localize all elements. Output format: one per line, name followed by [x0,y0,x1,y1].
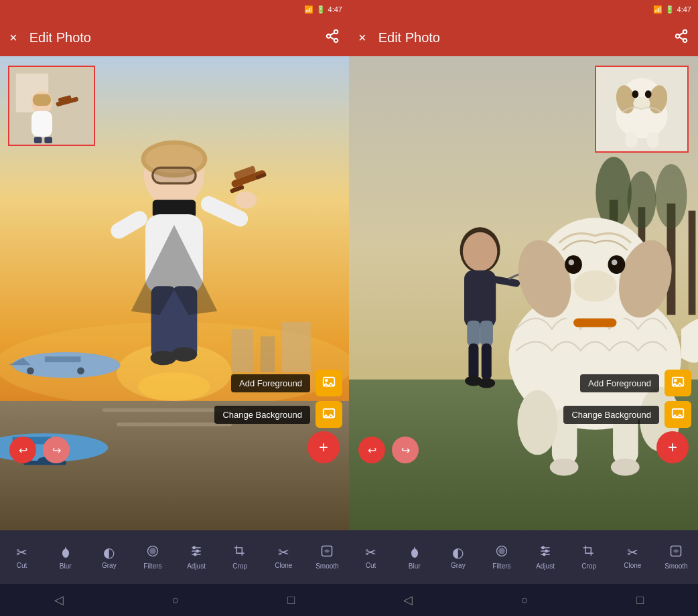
svg-point-72 [596,157,632,228]
svg-point-103 [612,260,618,266]
toolbar-adjust-left[interactable]: Adjust [175,539,218,575]
battery-icon-right: 🔋 [665,5,675,14]
toolbar-clone-right[interactable]: ✂ Clone [611,540,654,574]
svg-point-122 [675,380,677,382]
recents-nav-left[interactable]: □ [287,593,295,607]
toolbar-cut-right[interactable]: ✂ Cut [349,540,393,574]
svg-point-53 [326,380,328,382]
svg-point-66 [676,34,680,38]
page-title-left: Edit Photo [29,30,325,46]
change-background-button-left[interactable]: Change Background [214,401,342,428]
status-icons-left: 📶 🔋 4:47 [304,5,342,14]
svg-point-76 [655,164,687,229]
toolbar-filters-left[interactable]: Filters [131,539,174,575]
share-button-left[interactable] [325,29,340,47]
adjust-label-right: Adjust [536,562,555,570]
back-nav-right[interactable]: ◁ [403,593,413,607]
left-panel: 📶 🔋 4:47 × Edit Photo [0,0,349,616]
redo-button-right[interactable]: ↪ [392,437,419,463]
toolbar-crop-left[interactable]: Crop [218,539,262,575]
undo-button-right[interactable]: ↩ [358,437,385,463]
svg-point-116 [645,90,652,98]
svg-point-41 [171,347,198,361]
add-foreground-label-left: Add Foreground [231,374,310,392]
filters-label-right: Filters [492,562,510,570]
svg-point-65 [683,29,687,33]
blur-icon-left [59,544,72,560]
top-bar-right: × Edit Photo [349,19,698,56]
clone-icon-left: ✂ [278,546,289,559]
add-button-left[interactable]: + [307,431,340,463]
svg-point-1 [327,34,331,38]
photo-area-left: Add Foreground Change Background ↩ [0,56,349,530]
toolbar-blur-left[interactable]: Blur [44,539,87,575]
svg-point-100 [565,255,582,274]
add-foreground-button-left[interactable]: Add Foreground [231,370,342,396]
thumbnail-overlay-left[interactable] [8,66,95,146]
add-foreground-label-right: Add Foreground [580,374,659,392]
status-bar-left: 📶 🔋 4:47 [0,0,349,19]
signal-icon-left: 📶 [304,5,313,14]
toolbar-adjust-right[interactable]: Adjust [524,539,567,575]
toolbar-gray-left[interactable]: ◐ Gray [87,540,131,574]
svg-rect-84 [464,271,496,328]
toolbar-filters-right[interactable]: Filters [480,539,523,575]
svg-point-67 [683,38,687,42]
close-button-right[interactable]: × [358,30,366,46]
add-foreground-icon-right [665,370,691,396]
svg-rect-28 [153,167,196,183]
svg-rect-77 [689,211,696,315]
gray-icon-right: ◐ [452,546,464,559]
toolbar-cut-left[interactable]: ✂ Cut [0,540,44,574]
thumbnail-overlay-right[interactable] [595,66,689,153]
change-background-icon-left [316,401,342,428]
svg-point-105 [573,271,616,302]
svg-line-68 [679,37,683,40]
redo-button-left[interactable]: ↪ [43,437,70,463]
svg-point-131 [545,550,547,552]
close-button-left[interactable]: × [9,30,17,46]
recents-nav-right[interactable]: □ [636,593,644,607]
change-background-button-right[interactable]: Change Background [563,401,691,428]
home-nav-left[interactable]: ○ [172,593,180,607]
undo-button-left[interactable]: ↩ [9,437,36,463]
filters-icon-right [495,544,508,560]
svg-point-126 [499,548,504,554]
svg-point-124 [411,549,418,558]
svg-point-15 [27,367,34,374]
svg-rect-85 [467,321,480,346]
svg-point-57 [150,548,155,554]
toolbar-gray-right[interactable]: ◐ Gray [436,540,480,574]
smooth-label-right: Smooth [665,562,687,570]
svg-rect-49 [44,137,52,143]
toolbar-clone-left[interactable]: ✂ Clone [262,540,305,574]
blur-label-left: Blur [60,562,72,570]
add-foreground-button-right[interactable]: Add Foreground [580,370,691,396]
crop-icon-left [233,544,247,560]
back-nav-left[interactable]: ◁ [54,593,64,607]
svg-rect-17 [232,329,253,372]
cut-icon-right: ✂ [365,546,376,559]
filters-label-left: Filters [143,562,161,570]
share-button-right[interactable] [674,29,689,47]
svg-line-69 [679,32,683,35]
toolbar-blur-right[interactable]: Blur [393,539,436,575]
smooth-icon-right [669,544,683,560]
svg-rect-106 [573,319,616,327]
svg-point-55 [62,549,69,558]
filters-icon-left [146,544,159,560]
status-icons-right: 📶 🔋 4:47 [653,5,691,14]
gray-label-right: Gray [451,562,466,569]
svg-rect-19 [282,322,311,372]
toolbar-smooth-right[interactable]: Smooth [654,539,698,575]
svg-point-83 [463,232,497,271]
svg-point-115 [632,90,638,98]
svg-rect-88 [468,343,478,380]
add-button-right[interactable]: + [656,431,689,463]
home-nav-right[interactable]: ○ [521,593,529,607]
clone-label-right: Clone [624,562,641,569]
toolbar-crop-right[interactable]: Crop [567,539,611,575]
svg-point-96 [611,459,640,476]
svg-point-74 [628,171,656,229]
toolbar-smooth-left[interactable]: Smooth [305,539,349,575]
